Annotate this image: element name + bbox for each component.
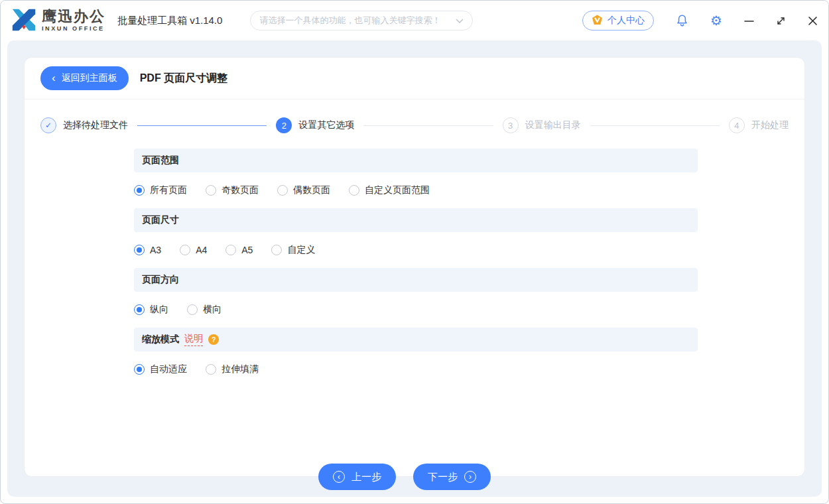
section-header: 页面尺寸	[134, 208, 698, 232]
radio-option[interactable]: 横向	[187, 304, 222, 316]
brand-cn: 鹰迅办公	[42, 9, 105, 24]
section-title: 页面方向	[142, 274, 179, 286]
radio-label: 奇数页面	[222, 184, 259, 196]
next-step-label: 下一步	[428, 471, 458, 483]
prev-step-label: 上一步	[351, 471, 381, 483]
logo-icon	[10, 5, 38, 36]
radio-selected-icon[interactable]	[134, 364, 145, 375]
radio-option[interactable]: 偶数页面	[277, 184, 330, 196]
radio-label: A3	[150, 245, 161, 255]
radio-icon[interactable]	[180, 245, 190, 255]
radio-label: 纵向	[150, 304, 168, 316]
resize-icon[interactable]	[776, 16, 786, 26]
radio-label: 拉伸填满	[222, 363, 259, 375]
radio-option[interactable]: 自定义	[271, 244, 315, 256]
radio-option[interactable]: 自定义页面范围	[349, 184, 430, 196]
section-title: 页面尺寸	[142, 214, 179, 226]
radio-group: 所有页面奇数页面偶数页面自定义页面范围	[134, 172, 698, 208]
radio-selected-icon[interactable]	[134, 304, 145, 315]
brand-name: 鹰迅办公 INXUN OFFICE	[42, 9, 105, 32]
next-step-button[interactable]: 下一步 ›	[413, 464, 491, 490]
radio-icon[interactable]	[206, 364, 216, 375]
radio-icon[interactable]	[187, 304, 198, 315]
function-search-select[interactable]: 请选择一个具体的功能，也可输入关键字搜索！	[250, 11, 473, 31]
title-bar: 鹰迅办公 INXUN OFFICE 批量处理工具箱 v1.14.0 请选择一个具…	[1, 1, 828, 40]
radio-icon[interactable]	[271, 245, 282, 255]
radio-label: A5	[241, 245, 253, 255]
back-button-label: 返回到主面板	[62, 72, 117, 84]
step-number: 2	[276, 117, 292, 133]
page-title: PDF 页面尺寸调整	[140, 72, 227, 86]
form-section: 页面尺寸A3A4A5自定义	[134, 208, 698, 268]
radio-label: 横向	[203, 304, 222, 316]
options-form: 页面范围所有页面奇数页面偶数页面自定义页面范围页面尺寸A3A4A5自定义页面方向…	[134, 149, 698, 387]
radio-label: 自定义页面范围	[365, 184, 430, 196]
step-item: 4开始处理	[729, 117, 789, 133]
check-icon: ✓	[40, 117, 56, 133]
step-number: 4	[729, 117, 745, 133]
step-number: 3	[503, 117, 519, 133]
radio-option[interactable]: A5	[225, 245, 253, 255]
radio-icon[interactable]	[349, 185, 359, 196]
step-label: 开始处理	[751, 119, 789, 131]
radio-option[interactable]: A4	[180, 245, 207, 255]
back-chevron-icon: ‹	[52, 72, 56, 84]
radio-label: 自定义	[287, 244, 315, 256]
prev-circle-icon: ‹	[333, 471, 345, 483]
step-item: 3设置输出目录	[503, 117, 581, 133]
minimize-icon[interactable]	[744, 16, 754, 26]
radio-group: 纵向横向	[134, 292, 698, 328]
radio-option[interactable]: 拉伸填满	[206, 363, 259, 375]
back-to-dashboard-button[interactable]: ‹ 返回到主面板	[40, 66, 129, 90]
user-center-button[interactable]: 个人中心	[582, 11, 654, 31]
radio-selected-icon[interactable]	[134, 245, 145, 255]
notification-bell-icon[interactable]	[676, 14, 688, 27]
close-icon[interactable]	[808, 16, 818, 26]
app-window: 鹰迅办公 INXUN OFFICE 批量处理工具箱 v1.14.0 请选择一个具…	[0, 0, 829, 504]
radio-option[interactable]: 纵向	[134, 304, 168, 316]
help-link[interactable]: 说明	[184, 333, 203, 346]
vip-badge-icon	[592, 15, 603, 27]
section-header: 缩放模式说明?	[134, 328, 698, 351]
radio-selected-icon[interactable]	[134, 185, 145, 196]
section-title: 页面范围	[142, 155, 179, 166]
radio-option[interactable]: 自动适应	[134, 363, 187, 375]
step-connector	[590, 125, 720, 126]
section-header: 页面范围	[134, 149, 698, 172]
page-background: ‹ 返回到主面板 PDF 页面尺寸调整 ✓选择待处理文件2设置其它选项3设置输出…	[7, 40, 822, 497]
step-item: 2设置其它选项	[276, 117, 354, 133]
wizard-card: ‹ 返回到主面板 PDF 页面尺寸调整 ✓选择待处理文件2设置其它选项3设置输出…	[24, 57, 805, 477]
user-center-label: 个人中心	[607, 15, 645, 27]
radio-icon[interactable]	[277, 185, 288, 196]
step-label: 设置输出目录	[525, 119, 581, 131]
radio-label: 自动适应	[150, 363, 187, 375]
next-circle-icon: ›	[464, 471, 476, 483]
form-section: 页面方向纵向横向	[134, 268, 698, 328]
step-label: 设置其它选项	[298, 119, 354, 131]
radio-label: 所有页面	[150, 184, 187, 196]
radio-label: A4	[196, 245, 207, 255]
step-indicator: ✓选择待处理文件2设置其它选项3设置输出目录4开始处理	[25, 99, 804, 133]
radio-option[interactable]: 所有页面	[134, 184, 187, 196]
section-header: 页面方向	[134, 268, 698, 292]
radio-group: A3A4A5自定义	[134, 232, 698, 268]
form-section: 页面范围所有页面奇数页面偶数页面自定义页面范围	[134, 149, 698, 208]
radio-option[interactable]: A3	[134, 245, 161, 255]
radio-icon[interactable]	[206, 185, 216, 196]
step-item: ✓选择待处理文件	[40, 117, 128, 133]
radio-option[interactable]: 奇数页面	[206, 184, 259, 196]
radio-icon[interactable]	[225, 245, 236, 255]
card-header: ‹ 返回到主面板 PDF 页面尺寸调整	[25, 58, 804, 99]
chevron-down-icon	[456, 16, 464, 26]
app-title: 批量处理工具箱 v1.14.0	[117, 15, 222, 27]
help-question-icon[interactable]: ?	[208, 334, 219, 345]
wizard-footer: ‹ 上一步 下一步 ›	[318, 464, 491, 490]
step-label: 选择待处理文件	[63, 119, 128, 131]
brand-en: INXUN OFFICE	[42, 26, 105, 32]
settings-gear-icon[interactable]: ⚙	[710, 14, 722, 27]
prev-step-button[interactable]: ‹ 上一步	[318, 464, 396, 490]
step-connector	[363, 125, 493, 126]
radio-group: 自动适应拉伸填满	[134, 351, 698, 387]
section-title: 缩放模式	[142, 334, 179, 346]
form-section: 缩放模式说明?自动适应拉伸填满	[134, 328, 698, 387]
